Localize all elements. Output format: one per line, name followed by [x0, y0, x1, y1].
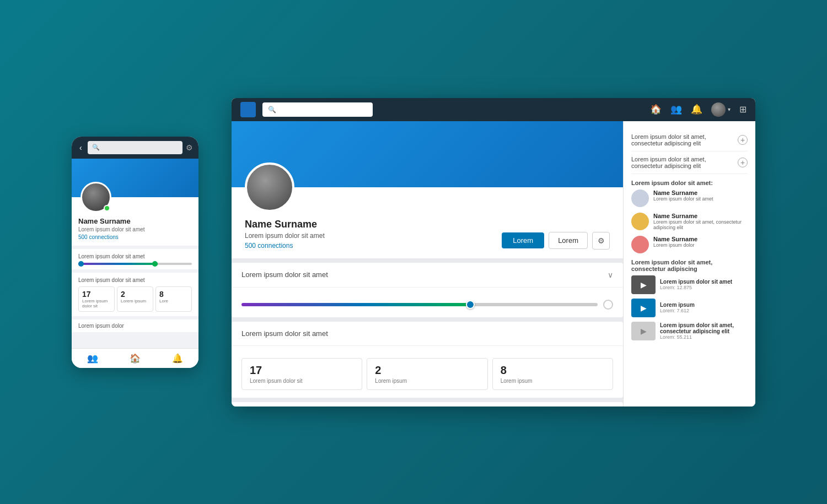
slider-section-title: Lorem ipsum dolor sit amet — [241, 270, 328, 279]
media-title-2: Lorem ipsum dolor sit amet, consectetur … — [660, 322, 748, 334]
main-column: Lorem Lorem ⚙ Name Surname Lorem ipsum d… — [232, 121, 623, 407]
nav-chevron-icon[interactable]: ▾ — [728, 106, 731, 112]
mobile-lorem-section: Lorem ipsum dolor — [72, 319, 198, 332]
sidebar-person-info-1: Name Surname Lorem ipsum dolor sit amet,… — [653, 213, 748, 230]
stat-number-2: 8 — [501, 364, 605, 377]
sidebar-person-name-2: Name Surname — [653, 236, 748, 242]
mobile-stat-label-2: Lore — [159, 299, 188, 304]
sidebar-media-item-0[interactable]: ▶ Lorem ipsum dolor sit amet Lorem: 12.8… — [631, 275, 748, 294]
media-meta-0: Lorem: 12.875 — [660, 285, 748, 290]
connect-button[interactable]: Lorem — [502, 232, 544, 248]
media-title-0: Lorem ipsum dolor sit amet — [660, 279, 748, 285]
mobile-user-name: Name Surname — [78, 217, 192, 225]
media-thumb-0: ▶ — [631, 275, 656, 294]
nav-bell-icon[interactable]: 🔔 — [691, 104, 702, 115]
mobile-slider-track[interactable] — [78, 263, 192, 265]
stat-number-0: 17 — [250, 364, 354, 377]
stat-item-1: 2 Lorem ipsum — [367, 358, 487, 390]
desktop-browser: 🔍 🏠 👥 🔔 ▾ ⊞ — [232, 98, 755, 407]
nav-search-bar[interactable]: 🔍 — [262, 102, 373, 117]
sidebar-media-title: Lorem ipsum dolor sit amet, consectetur … — [631, 259, 748, 272]
profile-card: Lorem Lorem ⚙ Name Surname Lorem ipsum d… — [232, 121, 623, 258]
nav-avatar-wrap[interactable]: ▾ — [711, 102, 731, 117]
sidebar-suggest-text-2: Lorem ipsum dolor sit amet, consectetur … — [631, 156, 738, 169]
mobile-stats-section: Lorem ipsum dolor sit amet 17 Lorem ipsu… — [72, 273, 198, 316]
slider-expand-icon[interactable]: ∨ — [608, 270, 613, 279]
sidebar-media-item-2[interactable]: ▶ Lorem ipsum dolor sit amet, consectetu… — [631, 322, 748, 340]
mobile-stat-item-1: 2 Lorem ipsum — [117, 286, 153, 312]
browser-body: Lorem Lorem ⚙ Name Surname Lorem ipsum d… — [232, 121, 755, 407]
sidebar-add-button-1[interactable]: + — [738, 135, 748, 145]
slider-track-wrap[interactable] — [241, 300, 613, 310]
message-button[interactable]: Lorem — [549, 232, 588, 249]
sidebar-suggest-item-2: Lorem ipsum dolor sit amet, consectetur … — [631, 151, 748, 174]
mobile-topbar: ‹ 🔍 ⚙ — [72, 137, 198, 159]
media-meta-1: Lorem: 7.612 — [660, 308, 748, 313]
sidebar-person-bio-2: Lorem ipsum dolor — [653, 242, 748, 248]
sidebar-person-avatar-2 — [631, 236, 649, 253]
browser-navbar: 🔍 🏠 👥 🔔 ▾ ⊞ — [232, 98, 755, 121]
stat-number-1: 2 — [375, 364, 479, 377]
mobile-stat-label-1: Lorem ipsum — [121, 299, 149, 304]
nav-logo[interactable] — [240, 102, 256, 117]
bottom-placeholder-section — [232, 402, 623, 407]
mobile-connections-link[interactable]: 500 connections — [78, 234, 192, 240]
nav-people-icon[interactable]: 👥 — [670, 104, 682, 115]
slider-section-header: Lorem ipsum dolor sit amet ∨ — [232, 263, 623, 288]
sidebar-person-name-0: Name Surname — [653, 189, 748, 196]
media-thumb-2: ▶ — [631, 322, 656, 340]
mobile-stat-number-1: 2 — [121, 290, 149, 299]
sidebar-people-title: Lorem ipsum dolor sit amet: — [631, 180, 748, 186]
profile-gear-button[interactable]: ⚙ — [592, 232, 610, 250]
stats-row: 17 Lorem ipsum dolor sit 2 Lorem ipsum 8… — [241, 358, 613, 390]
profile-header: Lorem Lorem ⚙ Name Surname Lorem ipsum d… — [232, 187, 623, 258]
media-info-2: Lorem ipsum dolor sit amet, consectetur … — [660, 322, 748, 340]
mobile-bottom-nav: 👥 🏠 🔔 — [72, 348, 198, 368]
nav-search-icon: 🔍 — [268, 106, 276, 113]
profile-actions: Lorem Lorem ⚙ — [502, 232, 610, 250]
mobile-slider-thumb-left[interactable] — [78, 261, 84, 267]
sidebar-person-info-0: Name Surname Lorem ipsum dolor sit amet — [653, 189, 748, 202]
mobile-slider-wrap[interactable] — [78, 263, 192, 265]
media-thumb-1: ▶ — [631, 299, 656, 317]
mobile-search-bar[interactable]: 🔍 — [88, 141, 182, 154]
nav-home-icon[interactable]: 🏠 — [650, 104, 662, 115]
media-play-icon-0: ▶ — [641, 280, 647, 289]
desktop-slider-track[interactable] — [241, 303, 598, 306]
mobile-slider-title: Lorem ipsum dolor sit amet — [78, 253, 192, 259]
slider-content — [232, 288, 623, 317]
sidebar-media-item-1[interactable]: ▶ Lorem ipsum Lorem: 7.612 — [631, 299, 748, 317]
mobile-online-indicator — [104, 205, 110, 212]
nav-grid-icon[interactable]: ⊞ — [739, 104, 747, 115]
profile-avatar — [245, 162, 294, 212]
profile-name: Name Surname — [245, 219, 610, 230]
sidebar-suggest-item-1: Lorem ipsum dolor sit amet, consectetur … — [631, 129, 748, 151]
sidebar-person-item-1: Name Surname Lorem ipsum dolor sit amet,… — [631, 213, 748, 230]
mobile-nav-bell-icon[interactable]: 🔔 — [172, 353, 183, 364]
mobile-gear-button[interactable]: ⚙ — [186, 143, 193, 152]
mobile-cover-photo — [72, 159, 198, 197]
nav-user-avatar — [711, 102, 726, 117]
stat-item-2: 8 Lorem ipsum — [492, 358, 613, 390]
stats-section-header: Lorem ipsum dolor sit amet — [232, 322, 623, 346]
desktop-slider-thumb[interactable] — [466, 300, 475, 309]
sidebar-person-item-0: Name Surname Lorem ipsum dolor sit amet — [631, 189, 748, 207]
media-title-1: Lorem ipsum — [660, 302, 748, 308]
stats-content: 17 Lorem ipsum dolor sit 2 Lorem ipsum 8… — [232, 346, 623, 398]
mobile-back-button[interactable]: ‹ — [77, 142, 84, 153]
mobile-stat-number-0: 17 — [82, 290, 111, 299]
media-play-icon-1: ▶ — [641, 304, 647, 312]
mobile-stat-item-0: 17 Lorem ipsum dolor sit — [78, 286, 115, 312]
mobile-slider-thumb-right[interactable] — [152, 261, 158, 267]
mobile-nav-people-icon[interactable]: 👥 — [87, 353, 98, 364]
stat-label-1: Lorem ipsum — [375, 378, 479, 384]
sidebar-add-button-2[interactable]: + — [738, 158, 748, 167]
sidebar-person-bio-0: Lorem ipsum dolor sit amet — [653, 196, 748, 202]
slider-end-indicator — [603, 300, 613, 310]
mobile-nav-home-icon[interactable]: 🏠 — [130, 353, 141, 364]
sidebar-person-avatar-0 — [631, 189, 649, 207]
mobile-stat-number-2: 8 — [159, 290, 188, 299]
mobile-device: ‹ 🔍 ⚙ Name Surname Lorem ipsum dolor sit… — [72, 137, 198, 368]
mobile-stats-row: 17 Lorem ipsum dolor sit 2 Lorem ipsum 8… — [78, 286, 192, 312]
sidebar-person-item-2: Name Surname Lorem ipsum dolor — [631, 236, 748, 253]
